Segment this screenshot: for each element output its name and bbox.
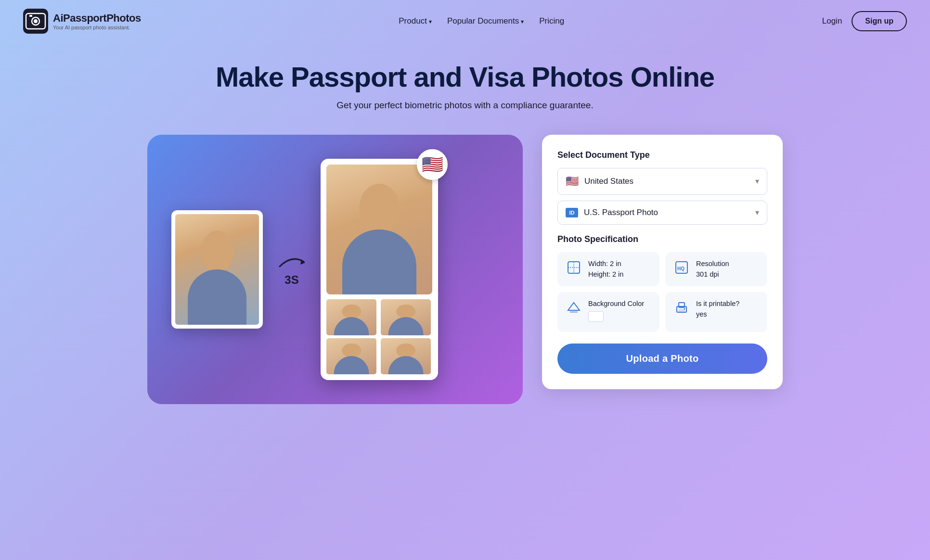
nav-actions: Login Sign up — [822, 11, 907, 31]
nav-popular-documents[interactable]: Popular Documents ▾ — [447, 16, 524, 26]
person-silhouette-thumb-3 — [326, 338, 376, 374]
popular-chevron-icon: ▾ — [521, 18, 524, 25]
country-dropdown-left: 🇺🇸 United States — [566, 175, 633, 188]
after-photo-grid — [326, 299, 432, 374]
country-label: United States — [584, 177, 633, 186]
resolution-text: Resolution 301 dpi — [696, 259, 729, 280]
hero-section: Make Passport and Visa Photos Online Get… — [0, 42, 930, 120]
background-text: Background Color — [588, 299, 644, 325]
background-color-swatch[interactable] — [588, 311, 604, 322]
after-thumb-1 — [326, 299, 376, 335]
passport-icon: ID — [566, 208, 578, 217]
document-type-left: ID U.S. Passport Photo — [566, 208, 658, 217]
country-flag-emoji: 🇺🇸 — [566, 175, 579, 188]
after-thumb-2 — [381, 299, 431, 335]
svg-rect-11 — [570, 311, 578, 313]
speed-label: 3S — [284, 273, 298, 287]
dimensions-text: Width: 2 in Height: 2 in — [588, 259, 623, 280]
logo[interactable]: AiPassportPhotos Your AI passport photo … — [23, 9, 141, 34]
photo-spec-title: Photo Specification — [557, 234, 767, 244]
after-photo-card: 🇺🇸 — [321, 159, 438, 380]
before-photo-card — [171, 210, 263, 329]
logo-icon — [23, 9, 48, 34]
printable-text: Is it printable? yes — [696, 299, 739, 320]
spec-printable-card: Is it printable? yes — [665, 292, 767, 332]
svg-rect-14 — [679, 309, 685, 312]
form-panel: Select Document Type 🇺🇸 United States ▾ … — [542, 135, 783, 389]
person-silhouette-after-main — [326, 165, 432, 294]
upload-button[interactable]: Upload a Photo — [557, 344, 767, 374]
brand-tagline: Your AI passport photo assistant. — [53, 25, 141, 30]
illustration-panel: 3S 🇺🇸 — [147, 135, 523, 404]
photo-spec-section: Photo Specification Width: 2 in Height: … — [557, 234, 767, 332]
svg-point-15 — [684, 308, 685, 310]
content-area: 3S 🇺🇸 S — [0, 120, 930, 423]
nav-pricing[interactable]: Pricing — [539, 16, 564, 26]
doctype-chevron-icon: ▾ — [755, 208, 759, 217]
transform-arrow: 3S — [277, 252, 306, 287]
select-doc-title: Select Document Type — [557, 150, 767, 160]
hero-headline: Make Passport and Visa Photos Online — [10, 62, 920, 92]
country-dropdown[interactable]: 🇺🇸 United States ▾ — [557, 168, 767, 195]
after-thumb-3 — [326, 338, 376, 374]
dimensions-icon — [565, 259, 582, 276]
signup-button[interactable]: Sign up — [852, 11, 907, 31]
spec-grid: Width: 2 in Height: 2 in HQ Resolution — [557, 252, 767, 332]
country-chevron-icon: ▾ — [755, 177, 759, 186]
hero-subheadline: Get your perfect biometric photos with a… — [10, 100, 920, 111]
nav-links: Product ▾ Popular Documents ▾ Pricing — [399, 16, 564, 26]
nav-product[interactable]: Product ▾ — [399, 16, 432, 26]
svg-rect-4 — [29, 15, 32, 17]
svg-point-3 — [34, 19, 38, 23]
arrow-icon — [277, 252, 306, 271]
resolution-icon: HQ — [673, 259, 690, 276]
document-type-label: U.S. Passport Photo — [584, 208, 658, 217]
login-button[interactable]: Login — [822, 16, 842, 26]
spec-resolution-card: HQ Resolution 301 dpi — [665, 252, 767, 287]
printer-icon — [673, 299, 690, 316]
person-silhouette-thumb-4 — [381, 338, 431, 374]
document-type-dropdown[interactable]: ID U.S. Passport Photo ▾ — [557, 201, 767, 225]
person-silhouette-thumb-1 — [326, 299, 376, 335]
svg-text:HQ: HQ — [677, 266, 685, 271]
person-silhouette-before — [175, 214, 259, 325]
spec-background-card: Background Color — [557, 292, 659, 332]
after-photo-main — [326, 165, 432, 294]
before-photo-image — [175, 214, 259, 325]
background-icon — [565, 299, 582, 316]
product-chevron-icon: ▾ — [429, 18, 432, 25]
spec-dimensions-card: Width: 2 in Height: 2 in — [557, 252, 659, 287]
person-silhouette-thumb-2 — [381, 299, 431, 335]
after-thumb-4 — [381, 338, 431, 374]
brand-name: AiPassportPhotos — [53, 12, 141, 25]
